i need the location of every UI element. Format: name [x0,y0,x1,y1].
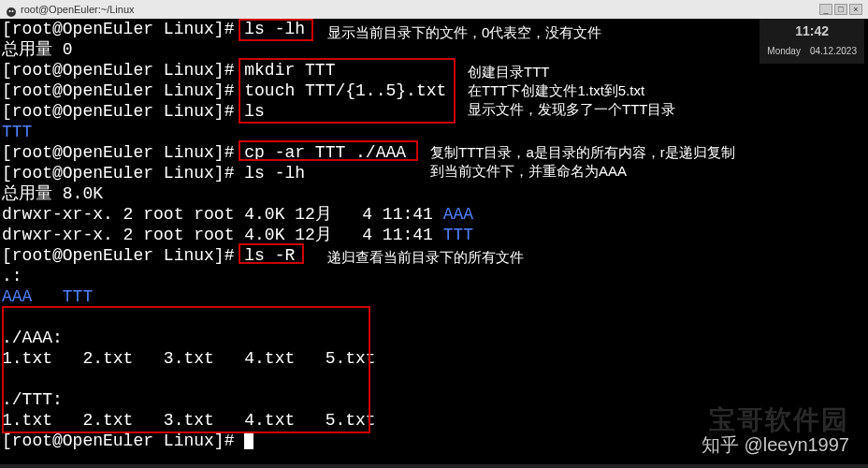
annotation: 递归查看当前目录下的所有文件 [327,247,524,268]
dir-list: AAA TTT [2,287,93,306]
annotation: 显示当前目录下的文件，0代表空，没有文件 [327,22,601,43]
file-list: 1.txt 2.txt 3.txt 4.txt 5.txt [2,348,866,369]
svg-point-2 [12,10,14,12]
prompt: [root@OpenEuler Linux]# [2,81,244,100]
ls-perm-line: drwxr-xr-x. 2 root root 4.0K 12月 4 11:41 [2,226,443,244]
taskbar [0,464,868,468]
terminal-area[interactable]: [root@OpenEuler Linux]# ls -lh 总用量 0 [ro… [0,19,868,451]
window-title: root@OpenEuler:~/Linux [21,0,135,20]
annotation: 到当前文件下，并重命名为AAA [430,161,627,182]
minimize-button[interactable]: _ [819,4,832,15]
window-titlebar: root@OpenEuler:~/Linux _ □ × [0,0,868,19]
command: mkdir TTT [244,61,335,80]
prompt: [root@OpenEuler Linux]# [2,143,244,162]
command: cp -ar TTT ./AAA [244,143,406,162]
annotation: 复制TTT目录，a是目录的所有内容，r是递归复制 [430,142,735,163]
app-icon [6,4,17,15]
prompt: [root@OpenEuler Linux]# [2,431,244,450]
annotation: 显示文件，发现多了一个TTT目录 [468,99,676,120]
prompt: [root@OpenEuler Linux]# [2,246,244,265]
svg-point-0 [7,7,16,17]
clock-date: 04.12.2023 [810,41,857,62]
output: 总用量 8.0K [2,183,866,204]
clock-day: Monday [767,41,801,62]
desktop-clock: 11:42 Monday 04.12.2023 [760,19,864,64]
command: ls [244,102,265,121]
prompt: [root@OpenEuler Linux]# [2,164,244,183]
dir-name: TTT [443,226,473,244]
clock-time: 11:42 [767,21,857,41]
maximize-button[interactable]: □ [834,4,847,15]
command: touch TTT/{1..5}.txt [244,81,446,100]
command: ls -lh [244,20,305,38]
dir-header: ./AAA: [2,328,866,348]
output: .: [2,266,866,286]
command: ls -R [244,246,295,265]
command: ls -lh [244,164,305,183]
annotation: 创建目录TTT [468,62,550,82]
dir-name: AAA [443,205,473,224]
prompt: [root@OpenEuler Linux]# [2,61,244,80]
prompt: [root@OpenEuler Linux]# [2,20,244,38]
prompt: [root@OpenEuler Linux]# [2,102,244,121]
ls-perm-line: drwxr-xr-x. 2 root root 4.0K 12月 4 11:41 [2,205,443,224]
watermark-zhihu: 知乎 @leeyn1997 [702,434,849,455]
close-button[interactable]: × [849,4,862,15]
svg-point-1 [9,10,11,12]
annotation: 在TTT下创建文件1.txt到5.txt [468,80,644,101]
dir-name: TTT [2,123,32,141]
terminal-cursor [244,432,253,449]
watermark-site: 宝哥软件园 [709,410,849,431]
